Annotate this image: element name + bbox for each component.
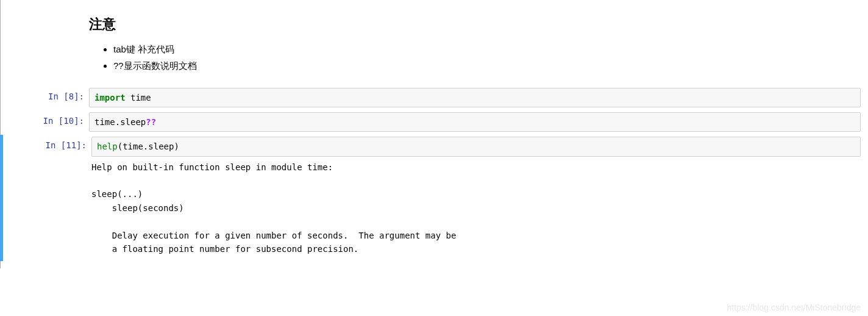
input-prompt: In [11]:	[3, 137, 91, 259]
prompt-label: In	[46, 140, 61, 150]
list-item: tab键 补充代码	[113, 41, 861, 57]
output-text: Help on built-in function sleep in modul…	[91, 157, 861, 260]
list-item: ??显示函数说明文档	[113, 57, 861, 74]
input-prompt: In [10]:	[1, 112, 89, 132]
prompt-number: [11]:	[61, 140, 87, 150]
prompt-label: In	[48, 92, 63, 101]
code-input[interactable]: time.sleep??	[89, 112, 861, 132]
prompt-label: In	[43, 116, 59, 126]
cell-content: time.sleep??	[89, 112, 868, 132]
prompt-number: [8]:	[63, 92, 84, 101]
prompt-number: [10]:	[59, 116, 84, 126]
cell-content: import time	[89, 88, 868, 107]
code-input[interactable]: import time	[89, 88, 861, 107]
input-prompt: In [8]:	[1, 88, 89, 107]
code-cell-selected[interactable]: In [11]: help(time.sleep) Help on built-…	[0, 135, 868, 261]
code-cell[interactable]: In [8]: import time	[1, 86, 868, 109]
markdown-list: tab键 补充代码 ??显示函数说明文档	[89, 41, 861, 74]
cell-content: help(time.sleep) Help on built-in functi…	[91, 137, 868, 259]
markdown-heading: 注意	[89, 15, 861, 34]
markdown-cell: 注意 tab键 补充代码 ??显示函数说明文档	[1, 15, 868, 74]
code-cell[interactable]: In [10]: time.sleep??	[1, 110, 868, 134]
notebook-container: 注意 tab键 补充代码 ??显示函数说明文档 In [8]: import t…	[0, 0, 868, 268]
code-input[interactable]: help(time.sleep)	[91, 137, 861, 156]
